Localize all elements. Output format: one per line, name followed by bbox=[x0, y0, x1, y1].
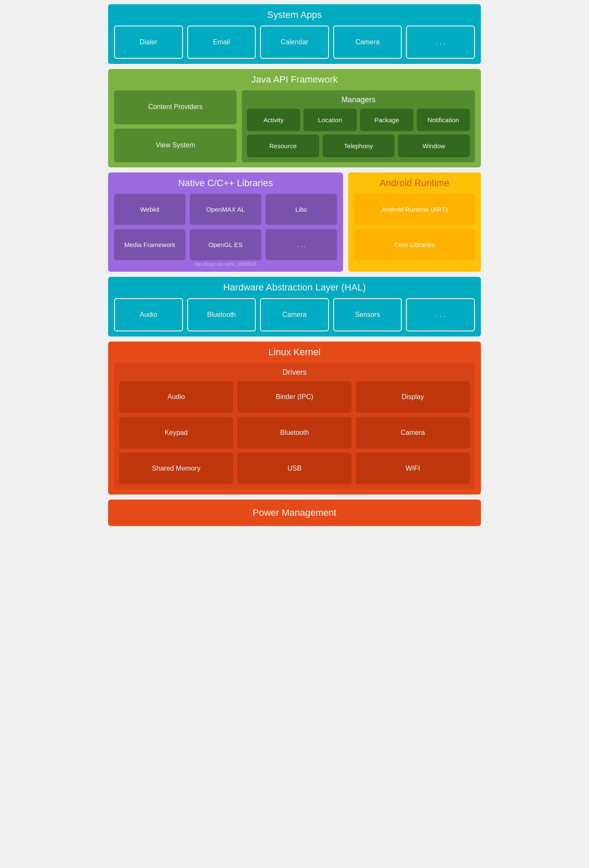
hal-title: Hardware Abstraction Layer (HAL) bbox=[114, 282, 475, 293]
libc-card: Libc bbox=[266, 194, 337, 225]
managers-title: Managers bbox=[247, 95, 470, 104]
native-runtime-row: Native C/C++ Libraries Webkit OpenMAX AL… bbox=[108, 172, 481, 272]
java-api-left: Content Providers View System bbox=[114, 90, 237, 162]
native-cpp-layer: Native C/C++ Libraries Webkit OpenMAX AL… bbox=[108, 172, 343, 272]
linux-kernel-title: Linux Kernel bbox=[114, 347, 475, 358]
resource-card: Resource bbox=[247, 135, 319, 157]
driver-usb-card: USB bbox=[237, 453, 352, 484]
system-apps-title: System Apps bbox=[114, 9, 475, 20]
art-card: Android Runtime (ART) bbox=[354, 194, 475, 225]
power-management-layer: Power Management bbox=[108, 500, 481, 526]
drivers-grid: Audio Binder (IPC) Display Keypad Blueto… bbox=[119, 381, 470, 484]
drivers-section: Drivers Audio Binder (IPC) Display Keypa… bbox=[114, 363, 475, 489]
native-cpp-title: Native C/C++ Libraries bbox=[114, 178, 337, 189]
watermark: http://blog.csdn.net/m_15008505 bbox=[114, 262, 337, 267]
managers-row-2: Resource Telephony Window bbox=[247, 135, 470, 157]
webkit-card: Webkit bbox=[114, 194, 186, 225]
driver-shared-memory-card: Shared Memory bbox=[119, 453, 233, 484]
media-framework-card: Media Framework bbox=[114, 229, 186, 260]
native-dots-card: . . . bbox=[266, 229, 337, 260]
system-app-card: . . . bbox=[406, 26, 475, 59]
hal-layer: Hardware Abstraction Layer (HAL) Audio B… bbox=[108, 277, 481, 336]
linux-kernel-layer: Linux Kernel Drivers Audio Binder (IPC) … bbox=[108, 342, 481, 494]
core-libraries-card: Core Libraries bbox=[354, 229, 475, 260]
location-card: Location bbox=[303, 109, 357, 131]
android-runtime-title: Android Runtime bbox=[354, 178, 475, 189]
notification-card: Notification bbox=[417, 109, 470, 131]
hal-dots-card: . . . bbox=[406, 298, 475, 331]
system-apps-cards: DialerEmailCalendarCamera. . . bbox=[114, 26, 475, 59]
driver-camera-card: Camera bbox=[356, 417, 470, 448]
activity-card: Activity bbox=[247, 109, 300, 131]
content-providers-card: Content Providers bbox=[114, 90, 237, 124]
managers-row-1: Activity Location Package Notification bbox=[247, 109, 470, 131]
managers-grid: Activity Location Package Notification R… bbox=[247, 109, 470, 157]
view-system-card: View System bbox=[114, 129, 237, 163]
openmax-card: OpenMAX AL bbox=[190, 194, 261, 225]
system-app-card: Calendar bbox=[260, 26, 329, 59]
hal-audio-card: Audio bbox=[114, 298, 183, 331]
hal-camera-card: Camera bbox=[260, 298, 329, 331]
driver-bluetooth-card: Bluetooth bbox=[237, 417, 352, 448]
system-app-card: Camera bbox=[333, 26, 402, 59]
java-api-layer: Java API Framework Content Providers Vie… bbox=[108, 69, 481, 167]
java-api-content: Content Providers View System Managers A… bbox=[114, 90, 475, 162]
hal-cards: Audio Bluetooth Camera Sensors . . . bbox=[114, 298, 475, 331]
hal-sensors-card: Sensors bbox=[333, 298, 402, 331]
driver-audio-card: Audio bbox=[119, 381, 233, 413]
native-cpp-grid: Webkit OpenMAX AL Libc Media Framework O… bbox=[114, 194, 337, 260]
power-management-title: Power Management bbox=[114, 507, 475, 518]
driver-keypad-card: Keypad bbox=[119, 417, 233, 448]
driver-wifi-card: WIFI bbox=[356, 453, 470, 484]
telephony-card: Telephony bbox=[323, 135, 395, 157]
driver-display-card: Display bbox=[356, 381, 470, 413]
drivers-title: Drivers bbox=[119, 368, 470, 377]
opengl-card: OpenGL ES bbox=[190, 229, 261, 260]
android-runtime-layer: Android Runtime Android Runtime (ART) Co… bbox=[348, 172, 481, 272]
hal-bluetooth-card: Bluetooth bbox=[187, 298, 256, 331]
system-app-card: Dialer bbox=[114, 26, 183, 59]
driver-binder-card: Binder (IPC) bbox=[237, 381, 352, 413]
window-card: Window bbox=[398, 135, 470, 157]
managers-panel: Managers Activity Location Package Notif… bbox=[242, 90, 475, 162]
system-apps-layer: System Apps DialerEmailCalendarCamera. .… bbox=[108, 4, 481, 64]
java-api-title: Java API Framework bbox=[114, 74, 475, 85]
package-card: Package bbox=[360, 109, 413, 131]
system-app-card: Email bbox=[187, 26, 256, 59]
